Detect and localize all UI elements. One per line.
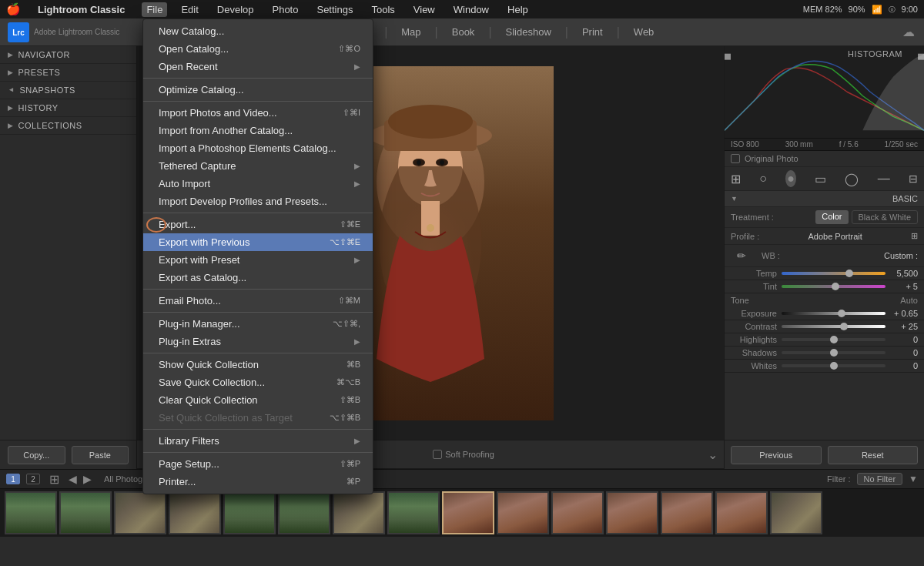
menu-item-label-open-catalog: Open Catalog... — [159, 43, 338, 55]
menu-item-shortcut-export: ⇧⌘E — [340, 219, 360, 229]
separator-after-import-profiles — [143, 213, 373, 213]
menu-item-arrow-tethered: ▶ — [354, 162, 360, 170]
menu-item-label-import-photos: Import Photos and Video... — [159, 107, 343, 119]
menu-item-label-set-quick-target: Set Quick Collection as Target — [159, 412, 330, 424]
menu-item-shortcut-export-previous: ⌥⇧⌘E — [330, 237, 360, 247]
separator-after-export-catalog — [143, 289, 373, 290]
menu-item-arrow-plugin-extras: ▶ — [354, 337, 360, 346]
menu-item-label-email-photo: Email Photo... — [159, 295, 338, 306]
menu-item-label-plugin-extras: Plug-in Extras — [159, 336, 354, 347]
menu-item-import-elements[interactable]: Import a Photoshop Elements Catalog... — [143, 139, 373, 157]
menu-item-library-filters[interactable]: Library Filters▶ — [143, 432, 373, 450]
menu-item-import-profiles[interactable]: Import Develop Profiles and Presets... — [143, 193, 373, 210]
menu-item-printer[interactable]: Printer...⌘P — [143, 473, 373, 491]
menu-item-shortcut-plugin-manager: ⌥⇧⌘, — [333, 319, 360, 329]
menu-item-label-plugin-manager: Plug-in Manager... — [159, 318, 333, 330]
menu-item-arrow-export-preset: ▶ — [354, 256, 360, 264]
menu-item-shortcut-email-photo: ⇧⌘M — [338, 296, 360, 306]
menu-item-import-catalog[interactable]: Import from Another Catalog... — [143, 122, 373, 139]
menu-item-tethered[interactable]: Tethered Capture▶ — [143, 157, 373, 175]
menu-item-plugin-manager[interactable]: Plug-in Manager...⌥⇧⌘, — [143, 315, 373, 333]
menu-item-arrow-auto-import: ▶ — [354, 179, 360, 188]
menu-item-label-import-elements: Import a Photoshop Elements Catalog... — [159, 142, 360, 154]
menu-item-label-export: Export... — [159, 219, 340, 230]
menu-item-label-export-previous: Export with Previous — [159, 236, 330, 248]
separator-after-library-filters — [143, 452, 373, 453]
menu-item-shortcut-printer: ⌘P — [346, 477, 360, 487]
menu-item-label-export-catalog: Export as Catalog... — [159, 272, 360, 283]
menu-item-save-quick[interactable]: Save Quick Collection...⌘⌥B — [143, 373, 373, 391]
menu-item-export[interactable]: Export...⇧⌘E — [143, 216, 373, 233]
separator-after-plugin-extras — [143, 353, 373, 353]
menu-item-open-recent[interactable]: Open Recent▶ — [143, 58, 373, 75]
file-menu-dropdown[interactable]: New Catalog...Open Catalog...⇧⌘OOpen Rec… — [142, 18, 373, 494]
menu-item-shortcut-open-catalog: ⇧⌘O — [338, 44, 360, 54]
menu-item-label-open-recent: Open Recent — [159, 61, 354, 72]
menu-item-label-auto-import: Auto Import — [159, 178, 354, 189]
menu-item-page-setup[interactable]: Page Setup...⇧⌘P — [143, 455, 373, 473]
menu-item-label-import-catalog: Import from Another Catalog... — [159, 125, 360, 136]
menu-item-import-photos[interactable]: Import Photos and Video...⇧⌘I — [143, 104, 373, 122]
separator-after-optimize-catalog — [143, 101, 373, 102]
menu-item-label-save-quick: Save Quick Collection... — [159, 377, 336, 388]
menu-item-label-printer: Printer... — [159, 476, 346, 487]
menu-item-export-previous[interactable]: Export with Previous⌥⇧⌘E — [143, 233, 373, 251]
menu-item-arrow-library-filters: ▶ — [354, 437, 360, 445]
menu-item-shortcut-clear-quick: ⇧⌘B — [340, 395, 360, 405]
menu-item-shortcut-page-setup: ⇧⌘P — [340, 459, 360, 469]
menu-item-plugin-extras[interactable]: Plug-in Extras▶ — [143, 333, 373, 350]
menu-item-label-new-catalog: New Catalog... — [159, 25, 360, 37]
menu-item-label-clear-quick: Clear Quick Collection — [159, 394, 340, 406]
menu-item-shortcut-import-photos: ⇧⌘I — [343, 108, 360, 118]
menu-item-clear-quick[interactable]: Clear Quick Collection⇧⌘B — [143, 391, 373, 409]
separator-after-open-recent — [143, 78, 373, 79]
menu-item-optimize-catalog[interactable]: Optimize Catalog... — [143, 81, 373, 99]
menu-item-email-photo[interactable]: Email Photo...⇧⌘M — [143, 292, 373, 310]
separator-after-set-quick-target — [143, 429, 373, 430]
menu-item-label-tethered: Tethered Capture — [159, 160, 354, 172]
menu-item-export-catalog[interactable]: Export as Catalog... — [143, 269, 373, 286]
menu-item-label-optimize-catalog: Optimize Catalog... — [159, 84, 360, 95]
menu-item-open-catalog[interactable]: Open Catalog...⇧⌘O — [143, 40, 373, 58]
menu-item-label-library-filters: Library Filters — [159, 435, 354, 447]
menu-item-shortcut-show-quick: ⌘B — [346, 360, 360, 370]
menu-item-new-catalog[interactable]: New Catalog... — [143, 22, 373, 40]
menu-item-arrow-open-recent: ▶ — [354, 62, 360, 71]
menu-item-label-page-setup: Page Setup... — [159, 458, 340, 470]
menu-item-label-import-profiles: Import Develop Profiles and Presets... — [159, 196, 360, 207]
menu-item-label-export-preset: Export with Preset — [159, 254, 354, 266]
menu-item-show-quick[interactable]: Show Quick Collection⌘B — [143, 356, 373, 373]
menu-item-set-quick-target: Set Quick Collection as Target⌥⇧⌘B — [143, 409, 373, 427]
menu-item-export-preset[interactable]: Export with Preset▶ — [143, 251, 373, 269]
menu-item-auto-import[interactable]: Auto Import▶ — [143, 175, 373, 193]
dropdown-overlay[interactable]: New Catalog...Open Catalog...⇧⌘OOpen Rec… — [0, 0, 924, 566]
menu-item-shortcut-set-quick-target: ⌥⇧⌘B — [330, 413, 360, 423]
menu-item-label-show-quick: Show Quick Collection — [159, 359, 346, 370]
menu-item-shortcut-save-quick: ⌘⌥B — [336, 377, 360, 387]
separator-after-email-photo — [143, 312, 373, 313]
